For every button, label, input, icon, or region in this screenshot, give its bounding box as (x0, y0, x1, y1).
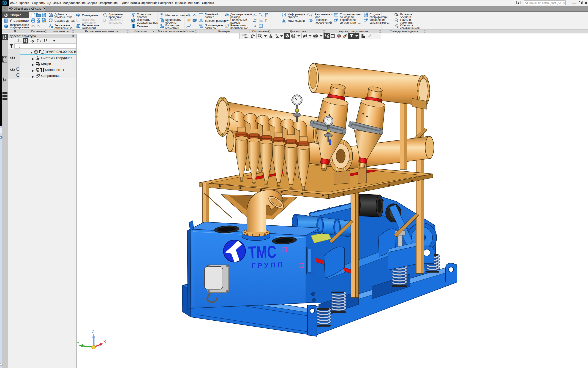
svg-text:АВ: АВ (395, 19, 398, 21)
svg-text:ГРУПП: ГРУПП (252, 261, 285, 270)
svg-text:X: X (103, 339, 106, 344)
svg-text:ТМС: ТМС (248, 242, 277, 262)
svg-text:?: ? (311, 15, 312, 17)
svg-text:Z: Z (92, 329, 94, 334)
svg-text:12: 12 (20, 41, 21, 43)
svg-text:?: ? (283, 13, 285, 16)
svg-text:Y: Y (77, 341, 79, 345)
svg-text:1: 1 (20, 39, 21, 41)
